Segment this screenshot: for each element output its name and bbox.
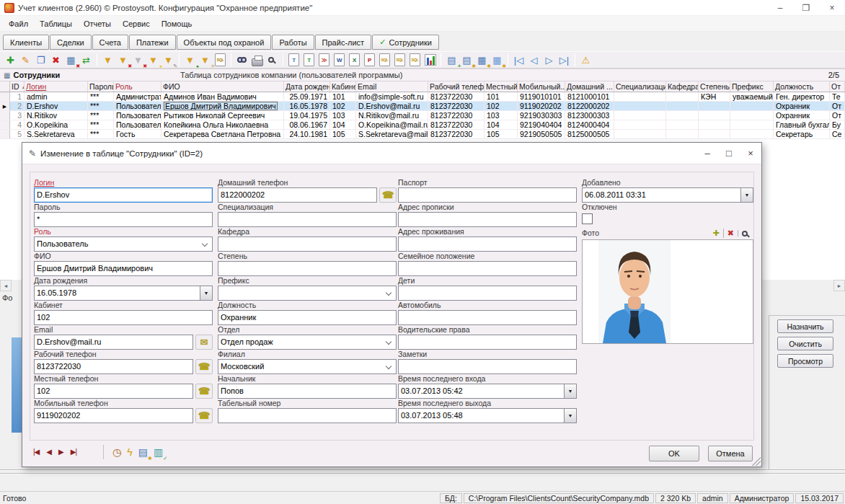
nav-last-icon[interactable]: ▷|	[557, 53, 572, 67]
col-header-16[interactable]: Должность	[774, 81, 830, 92]
search-icon[interactable]	[234, 53, 249, 67]
scroll-left-button[interactable]: ◄	[0, 280, 12, 291]
res-address-input[interactable]	[398, 236, 577, 252]
cancel-button[interactable]: Отмена	[708, 446, 753, 461]
import-sql-icon[interactable]: SQL	[392, 53, 407, 67]
login-input[interactable]: D.Ershov	[34, 187, 213, 203]
view-button[interactable]: Просмотр	[777, 354, 833, 368]
menu-item-4[interactable]: Помощь	[156, 18, 198, 30]
assign-button[interactable]: Назначить	[777, 319, 833, 333]
col-header-10[interactable]: Мобильный...	[518, 81, 565, 92]
position-input[interactable]: Охранник	[218, 310, 397, 325]
tab-0[interactable]: Клиенты	[3, 35, 49, 50]
export-pdf-icon[interactable]: P	[362, 53, 377, 67]
filter-apply-icon[interactable]: ▼●	[182, 53, 198, 67]
nav-next-icon[interactable]: ▷	[541, 53, 557, 67]
scroll-right-button[interactable]: ►	[833, 280, 845, 291]
preview-icon[interactable]	[265, 53, 280, 67]
marital-status-input[interactable]	[398, 261, 577, 276]
filter-icon[interactable]: ▼	[100, 53, 115, 67]
minimize-button[interactable]: –	[767, 0, 793, 15]
tab-6[interactable]: Прайс-лист	[315, 35, 372, 50]
resize-grip[interactable]	[752, 457, 761, 466]
col-header-7[interactable]: Email	[356, 81, 428, 92]
edit-record-icon[interactable]: ✎	[18, 53, 33, 67]
report-icon[interactable]: ▥✓	[151, 445, 166, 459]
table-settings-icon[interactable]: ▦✱	[474, 53, 490, 67]
maximize-button[interactable]: ❐	[793, 0, 819, 15]
col-header-13[interactable]: Кафедра	[666, 81, 699, 92]
form-icon[interactable]: ▤✱	[136, 445, 151, 459]
birthdate-input[interactable]: 16.05.1978	[34, 286, 200, 301]
dialog-maximize-button[interactable]: □	[718, 143, 740, 164]
disabled-checkbox[interactable]	[582, 213, 593, 224]
export-xml-icon[interactable]: SQL	[407, 53, 422, 67]
tab-7[interactable]: ✓Сотрудники	[372, 35, 439, 50]
col-header-8[interactable]: Рабочий телефон	[428, 81, 485, 92]
export-excel-icon[interactable]: X	[347, 53, 362, 67]
filter-by-selection-icon[interactable]: ▼●	[146, 53, 161, 67]
lightning-icon[interactable]: ϟ	[124, 445, 135, 459]
tab-1[interactable]: Сделки	[50, 35, 92, 50]
print-icon[interactable]	[249, 53, 265, 67]
record-nav-last-icon[interactable]: ▶|	[67, 448, 80, 456]
record-nav-next-icon[interactable]: ▶	[55, 448, 67, 456]
department-combo[interactable]: Отдел продаж	[218, 335, 397, 350]
sql-filter-icon[interactable]: SQL	[213, 53, 228, 67]
subform-edit-icon[interactable]: ▤✱	[459, 53, 474, 67]
dialog-close-button[interactable]: ×	[740, 143, 761, 164]
role-combo[interactable]: Пользователь	[34, 236, 213, 252]
col-header-2[interactable]: Пароль	[88, 81, 114, 92]
col-header-5[interactable]: Дата рождения	[284, 81, 330, 92]
birthdate-dropdown-button[interactable]: ▼	[200, 286, 213, 301]
col-header-14[interactable]: Степень	[699, 81, 730, 92]
last-logout-time-input[interactable]: 03.07.2013 05:48	[398, 408, 565, 423]
export-copy-icon[interactable]: T	[301, 53, 317, 67]
export-merge-icon[interactable]: ≫	[317, 53, 332, 67]
col-header-15[interactable]: Префикс	[730, 81, 774, 92]
filter-remove-icon[interactable]: ▼✖	[130, 53, 146, 67]
record-nav-first-icon[interactable]: |◀	[30, 448, 43, 456]
delete-record-icon[interactable]: ✖	[48, 53, 63, 67]
table-row[interactable]: 5S.Sekretareva***ГостьСекретарева Светла…	[0, 130, 845, 139]
last-login-time-input[interactable]: 03.07.2013 05:42	[398, 384, 565, 399]
home-phone-input[interactable]: 8122000202	[218, 187, 377, 203]
table-row[interactable]: 4O.Kopeikina***ПользовательКопейкина Оль…	[0, 120, 845, 130]
subform-icon[interactable]: ▤+	[444, 53, 459, 67]
branch-combo[interactable]: Московский	[218, 359, 397, 374]
personnel-number-input[interactable]	[218, 408, 397, 423]
col-header-0[interactable]: ID▲	[10, 81, 25, 92]
record-nav-prev-icon[interactable]: ◀	[43, 448, 55, 456]
password-input[interactable]: *	[34, 212, 213, 227]
filter-tree-icon[interactable]: ▼≡	[198, 53, 213, 67]
col-header-3[interactable]: Роль	[114, 81, 162, 92]
table-row[interactable]: 1admin***АдминистраторАдминов Иван Вадим…	[0, 92, 845, 102]
delete-table-rows-icon[interactable]: ▦✖	[63, 53, 79, 67]
clear-button[interactable]: Очистить	[777, 337, 833, 350]
phone-icon[interactable]: ☎	[195, 384, 213, 399]
tab-3[interactable]: Платежи	[129, 35, 176, 50]
col-header-4[interactable]: ФИО	[162, 81, 284, 92]
menu-item-2[interactable]: Отчеты	[78, 18, 117, 30]
tab-2[interactable]: Счета	[92, 35, 128, 50]
added-input[interactable]: 06.08.2011 03:31	[582, 187, 741, 203]
last-login-time-dropdown-button[interactable]: ▼	[565, 384, 577, 399]
cabinet-input[interactable]: 102	[34, 310, 213, 325]
degree-input[interactable]	[218, 261, 397, 276]
chart-icon[interactable]	[422, 53, 438, 67]
filter-cancel-icon[interactable]: ▼✖	[115, 53, 130, 67]
col-header-1[interactable]: Логин	[25, 81, 88, 92]
driver-license-input[interactable]	[398, 335, 577, 350]
photo-zoom-button[interactable]	[738, 230, 753, 236]
export-sql-icon[interactable]: SQL	[377, 53, 392, 67]
mail-icon[interactable]: ✉	[195, 335, 213, 350]
fio-input[interactable]: Ершов Дмитрий Владимирович	[34, 261, 213, 276]
close-button[interactable]: ×	[819, 0, 845, 15]
phone-icon[interactable]: ☎	[379, 187, 397, 203]
chief-input[interactable]: Попов	[218, 384, 397, 399]
col-header-6[interactable]: Кабинет	[330, 81, 356, 92]
reg-address-input[interactable]	[398, 212, 577, 227]
filter-custom-icon[interactable]: ▼✎	[161, 53, 176, 67]
copy-record-icon[interactable]: ❐	[33, 53, 48, 67]
tab-4[interactable]: Объекты под охраной	[177, 35, 272, 50]
